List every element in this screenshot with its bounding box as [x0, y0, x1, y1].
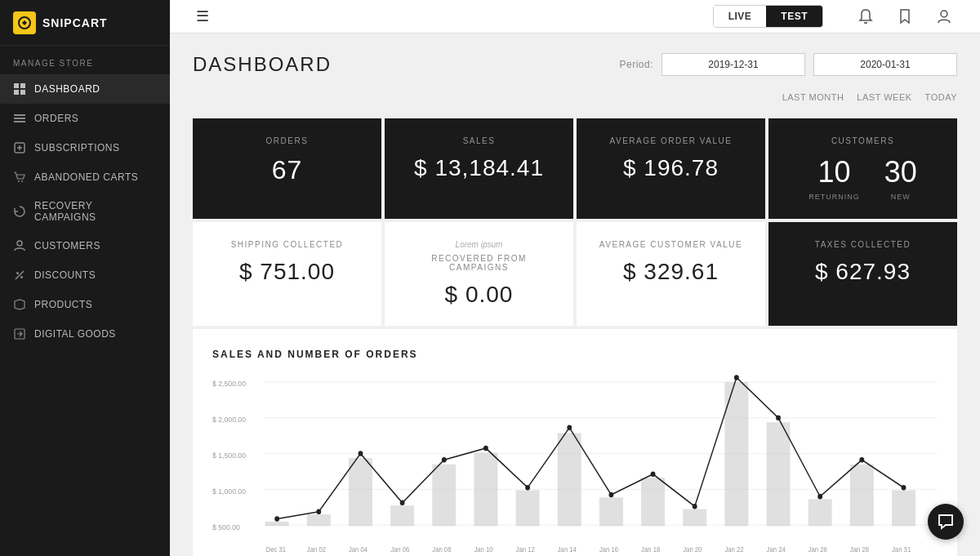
customers-returning-value: 10 [808, 155, 860, 189]
logo-text: SNIPCART [42, 16, 108, 29]
svg-text:Jan 20: Jan 20 [683, 546, 702, 554]
sidebar: SNIPCART Manage Store Dashboard Orders S… [0, 0, 170, 556]
stat-shipping: SHIPPING COLLECTED $ 751.00 [193, 222, 381, 326]
svg-rect-1 [14, 83, 19, 88]
svg-rect-39 [808, 499, 832, 526]
svg-text:Jan 24: Jan 24 [767, 546, 786, 554]
today-button[interactable]: TODAY [925, 92, 957, 102]
svg-point-50 [609, 492, 614, 498]
svg-point-47 [483, 446, 488, 451]
topbar: ☰ LIVE TEST [170, 0, 980, 33]
stat-sales: SALES $ 13,184.41 [385, 118, 573, 219]
sidebar-item-products[interactable]: Products [0, 290, 170, 319]
svg-point-51 [651, 471, 656, 477]
svg-rect-35 [641, 478, 665, 526]
svg-point-42 [274, 516, 279, 522]
chat-button[interactable] [928, 504, 964, 540]
date-from-input[interactable] [662, 53, 805, 76]
stat-recovered-value: $ 0.00 [401, 282, 557, 308]
sidebar-item-dashboard-label: Dashboard [34, 83, 100, 95]
sidebar-item-discounts[interactable]: Discounts [0, 260, 170, 290]
live-button[interactable]: LIVE [714, 6, 767, 27]
svg-rect-30 [432, 465, 456, 527]
period-section: Period: [619, 53, 957, 76]
svg-point-43 [316, 509, 321, 514]
svg-point-57 [902, 485, 906, 491]
svg-point-10 [21, 180, 23, 182]
stats-row-2: SHIPPING COLLECTED $ 751.00 Lorem ipsum … [193, 222, 957, 326]
menu-button[interactable]: ☰ [189, 4, 216, 29]
sales-chart: $ 2,500.00 $ 2,000.00 $ 1,500.00 $ 1,000… [212, 373, 938, 556]
svg-text:Jan 28: Jan 28 [850, 546, 870, 554]
svg-point-45 [400, 500, 405, 506]
stat-avg-order-label: AVERAGE ORDER VALUE [593, 136, 749, 145]
customers-returning-label: RETURNING [808, 193, 860, 201]
stat-orders-value: 67 [209, 155, 365, 185]
svg-text:Jan 04: Jan 04 [349, 546, 368, 554]
sidebar-item-subscriptions[interactable]: Subscriptions [0, 133, 170, 162]
chart-title: SALES AND NUMBER OF ORDERS [212, 349, 938, 360]
customers-new: 30 NEW [884, 155, 917, 201]
last-month-button[interactable]: LAST MONTH [782, 92, 844, 102]
stat-sales-value: $ 13,184.41 [401, 155, 557, 181]
svg-text:Jan 08: Jan 08 [432, 546, 452, 554]
svg-rect-34 [599, 497, 623, 526]
svg-point-54 [776, 415, 781, 420]
stat-taxes-label: TAXES COLLECTED [785, 240, 941, 249]
svg-point-48 [525, 485, 530, 491]
svg-point-55 [817, 494, 822, 500]
logo-area[interactable]: SNIPCART [0, 0, 170, 46]
stat-taxes: TAXES COLLECTED $ 627.93 [768, 222, 957, 326]
svg-point-15 [941, 11, 947, 17]
stat-taxes-value: $ 627.93 [785, 259, 941, 285]
sidebar-item-abandoned-carts[interactable]: Abandoned Carts [0, 162, 170, 192]
sidebar-item-orders[interactable]: Orders [0, 104, 170, 133]
svg-text:Jan 18: Jan 18 [641, 546, 661, 554]
last-week-button[interactable]: LAST WEEK [857, 92, 911, 102]
chart-section: SALES AND NUMBER OF ORDERS $ 2,500.00 $ … [193, 329, 957, 556]
test-button[interactable]: TEST [766, 6, 822, 27]
svg-text:Jan 12: Jan 12 [516, 546, 536, 554]
sidebar-item-products-label: Products [34, 299, 92, 310]
sidebar-item-digital-goods-label: Digital Goods [34, 328, 116, 340]
svg-text:Dec 31: Dec 31 [266, 546, 287, 554]
page-title: DASHBOARD [193, 53, 619, 76]
stat-avg-order: AVERAGE ORDER VALUE $ 196.78 [577, 118, 765, 219]
notifications-button[interactable] [849, 0, 882, 33]
stat-shipping-label: SHIPPING COLLECTED [209, 240, 365, 249]
stat-avg-customer: AVERAGE CUSTOMER VALUE $ 329.61 [577, 222, 765, 326]
sidebar-item-digital-goods[interactable]: Digital Goods [0, 319, 170, 349]
dashboard-content: DASHBOARD Period: LAST MONTH LAST WEEK T… [170, 33, 980, 556]
svg-rect-27 [307, 514, 331, 526]
user-button[interactable] [928, 0, 960, 33]
svg-text:$ 1,500.00: $ 1,500.00 [212, 451, 246, 460]
stat-recovered-label: RECOVERED FROM CAMPAIGNS [401, 254, 557, 272]
svg-rect-3 [14, 90, 19, 95]
sidebar-item-recovery-campaigns[interactable]: Recovery Campaigns [0, 192, 170, 231]
customers-new-value: 30 [884, 155, 917, 189]
svg-rect-33 [558, 433, 581, 526]
logo-icon [13, 11, 36, 34]
svg-text:Jan 10: Jan 10 [474, 546, 493, 554]
svg-point-49 [567, 425, 572, 431]
svg-rect-7 [14, 121, 25, 122]
svg-rect-5 [14, 114, 25, 116]
sidebar-item-recovery-campaigns-label: Recovery Campaigns [34, 200, 157, 223]
svg-text:Jan 26: Jan 26 [808, 546, 828, 554]
svg-rect-28 [349, 458, 372, 526]
date-to-input[interactable] [813, 53, 957, 76]
bookmarks-button[interactable] [889, 0, 921, 33]
sidebar-item-customers-label: Customers [34, 240, 100, 251]
topbar-icons [849, 0, 960, 33]
svg-point-13 [20, 276, 23, 278]
svg-text:Jan 31: Jan 31 [892, 546, 911, 554]
svg-text:Jan 14: Jan 14 [558, 546, 577, 554]
svg-text:Jan 02: Jan 02 [307, 546, 327, 554]
svg-point-11 [17, 241, 22, 246]
sidebar-item-customers[interactable]: Customers [0, 231, 170, 260]
svg-point-12 [16, 272, 19, 274]
svg-point-44 [359, 451, 363, 456]
customers-split: 10 RETURNING 30 NEW [785, 155, 941, 201]
sidebar-item-dashboard[interactable]: Dashboard [0, 74, 170, 104]
stat-avg-customer-label: AVERAGE CUSTOMER VALUE [593, 240, 749, 249]
